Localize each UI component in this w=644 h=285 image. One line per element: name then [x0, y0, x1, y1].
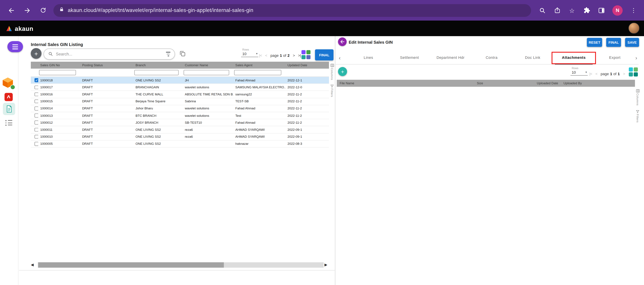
- prev-page-button[interactable]: <: [595, 72, 597, 76]
- tab-attachments[interactable]: Attachments: [553, 51, 594, 65]
- scroll-left-icon[interactable]: ◀: [31, 263, 34, 267]
- column-header[interactable]: Branch: [134, 63, 183, 67]
- share-icon[interactable]: [553, 7, 561, 14]
- filters-icon[interactable]: [636, 108, 640, 112]
- table-row[interactable]: ✓ 1000014DRAFTJohor Bharuwavelet solutio…: [31, 105, 329, 112]
- table-row[interactable]: ✓ 1000013DRAFTBTC BRANCHwavelet solution…: [31, 112, 329, 119]
- column-header[interactable]: Uploaded Date: [534, 81, 561, 85]
- tab-settlement[interactable]: Settlement: [389, 51, 430, 65]
- columns-icon[interactable]: [636, 87, 640, 91]
- sidebar-toggle-icon[interactable]: [8, 41, 23, 52]
- rows-label: Rows: [572, 67, 588, 70]
- table-row[interactable]: ✓ 1000017DRAFTBRANCHAGAINwavelet solutio…: [31, 84, 329, 91]
- column-header[interactable]: Size: [474, 81, 534, 85]
- first-page-button[interactable]: |<: [590, 72, 592, 76]
- tabs-scroll-left-icon[interactable]: ‹: [339, 51, 341, 65]
- columns-label[interactable]: Columns: [636, 93, 639, 106]
- search-input[interactable]: [56, 52, 163, 56]
- pdf-export-icon[interactable]: [4, 93, 13, 101]
- row-checkbox[interactable]: ✓: [34, 92, 38, 96]
- next-page-button[interactable]: >: [293, 54, 295, 58]
- refresh-icon[interactable]: [40, 7, 47, 14]
- tabs-scroll-right-icon[interactable]: ›: [636, 51, 637, 65]
- row-checkbox[interactable]: ✓: [34, 121, 38, 125]
- row-checkbox[interactable]: ✓: [34, 78, 38, 82]
- tab-lines[interactable]: Lines: [348, 51, 389, 65]
- table-row[interactable]: ✓ 1000011DRAFTONE LIVING SS2reza6AHMAD S…: [31, 126, 329, 133]
- rows-per-page-select[interactable]: 10 ▾: [570, 70, 588, 76]
- extensions-icon[interactable]: [583, 7, 591, 14]
- row-checkbox[interactable]: ✓: [34, 107, 38, 110]
- table-row[interactable]: ✓ 1000005DRAFTONE LIVING SS2haknazar2022…: [31, 141, 329, 148]
- tab-doc-link[interactable]: Doc Link: [512, 51, 553, 65]
- bookmark-star-icon[interactable]: ☆: [568, 7, 576, 14]
- filters-icon[interactable]: [330, 82, 334, 86]
- row-checkbox[interactable]: ✓: [34, 99, 38, 103]
- column-filter-input[interactable]: [134, 70, 179, 75]
- add-record-button[interactable]: +: [31, 48, 42, 59]
- document-listing-icon[interactable]: [3, 103, 15, 115]
- grid-view-icon[interactable]: [301, 50, 311, 60]
- reset-button[interactable]: RESET: [587, 38, 602, 47]
- browser-profile-avatar[interactable]: N: [612, 5, 622, 15]
- column-header[interactable]: Sales GIN No: [38, 63, 80, 67]
- horizontal-scrollbar[interactable]: [38, 262, 324, 268]
- lock-icon: [59, 7, 64, 14]
- save-button[interactable]: SAVE: [625, 38, 639, 47]
- first-page-button[interactable]: |<: [259, 54, 262, 58]
- row-checkbox[interactable]: ✓: [34, 128, 38, 132]
- search-box: [44, 49, 175, 60]
- table-row[interactable]: ✓ 1000010DRAFTONE LIVING SS2reza6AHMAD S…: [31, 133, 329, 141]
- applet-cube-icon[interactable]: [2, 77, 14, 89]
- column-header[interactable]: Uploaded By: [561, 81, 635, 85]
- table-row[interactable]: ✓ 1000018DRAFTONE LIVING SS2JHFahad Ahma…: [31, 77, 329, 84]
- columns-icon[interactable]: [330, 62, 334, 66]
- tab-contra[interactable]: Contra: [471, 51, 512, 65]
- address-bar[interactable]: akaun.cloud/#/applet/tnt/wavelet/erp/int…: [53, 4, 531, 17]
- final-button[interactable]: FINAL: [606, 38, 621, 47]
- akaun-logo[interactable]: akaun: [6, 25, 33, 32]
- sort-filter-icon[interactable]: [166, 52, 170, 56]
- side-panel-icon[interactable]: [598, 7, 605, 14]
- row-checkbox[interactable]: ✓: [34, 135, 38, 139]
- column-header[interactable]: Customer Name: [183, 63, 233, 67]
- tab-department-hdr[interactable]: Department Hdr: [430, 51, 471, 65]
- scroll-right-icon[interactable]: ▶: [324, 263, 327, 267]
- sales-gin-table: Sales GIN No Posting Status Branch Custo…: [31, 62, 329, 148]
- scrollbar-thumb[interactable]: [38, 262, 224, 268]
- last-page-button[interactable]: >|: [298, 54, 301, 58]
- add-attachment-button[interactable]: +: [338, 67, 347, 76]
- column-header[interactable]: Sales Agent: [233, 63, 286, 67]
- columns-label[interactable]: Columns: [331, 68, 334, 80]
- user-avatar[interactable]: [628, 23, 640, 34]
- table-row[interactable]: ✓ 1000012DRAFTJOSY BRANCHSB-TEST10Fahad …: [31, 119, 329, 126]
- rows-per-page-select[interactable]: 10 ▾: [241, 52, 258, 57]
- table-row[interactable]: ✓ 1000015DRAFTBerjaya Time SquereSabrina…: [31, 98, 329, 105]
- column-header[interactable]: Posting Status: [80, 63, 134, 67]
- row-checkbox[interactable]: ✓: [34, 114, 38, 117]
- next-page-button[interactable]: >: [623, 72, 625, 76]
- tab-export[interactable]: Export: [594, 51, 636, 65]
- zoom-icon[interactable]: [538, 7, 546, 14]
- column-filter-input[interactable]: [39, 70, 76, 75]
- duplicate-icon[interactable]: [179, 50, 186, 57]
- row-checkbox[interactable]: ✓: [34, 85, 38, 89]
- back-icon[interactable]: [8, 7, 15, 14]
- back-button[interactable]: [338, 38, 347, 46]
- filters-label[interactable]: Filters: [636, 114, 639, 123]
- list-view-icon[interactable]: [6, 120, 12, 127]
- table-row[interactable]: ✓ 1000016DRAFTTHE CURVE MALLABSOLUTE TIM…: [31, 91, 329, 98]
- final-button[interactable]: FINAL: [315, 49, 334, 61]
- column-header[interactable]: Updated Date: [286, 63, 329, 67]
- grid-view-icon[interactable]: [629, 67, 638, 77]
- column-header[interactable]: File Name: [337, 81, 474, 85]
- column-filter-input[interactable]: [184, 70, 229, 75]
- app-sidebar: [0, 36, 18, 285]
- filters-label[interactable]: Filters: [331, 88, 334, 97]
- edit-title: Edit Internal Sales GIN: [349, 40, 393, 45]
- row-checkbox[interactable]: ✓: [34, 142, 38, 146]
- forward-icon[interactable]: [24, 7, 31, 14]
- browser-menu-icon[interactable]: ⋮: [630, 7, 638, 14]
- column-filter-input[interactable]: [234, 70, 281, 75]
- prev-page-button[interactable]: <: [265, 54, 267, 58]
